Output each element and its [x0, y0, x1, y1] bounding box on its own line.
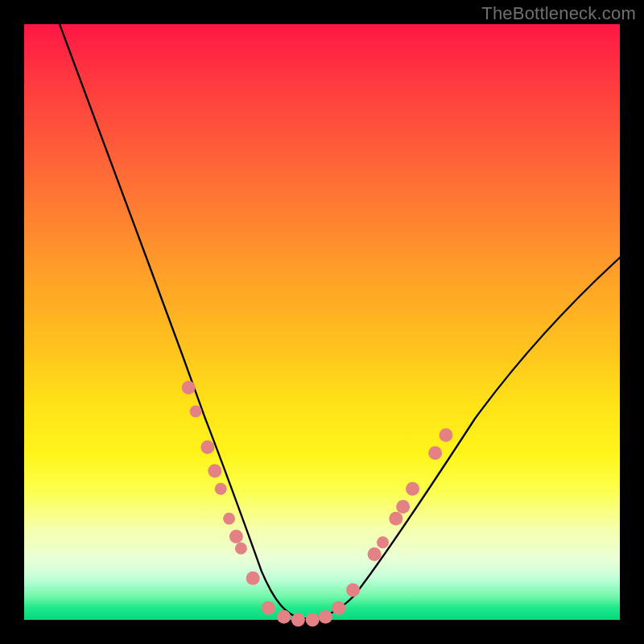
curve-marker: [368, 547, 382, 561]
curve-marker: [200, 440, 214, 454]
curve-marker: [223, 513, 235, 525]
curve-marker: [377, 536, 389, 548]
marker-group: [182, 381, 453, 627]
curve-marker: [396, 500, 410, 514]
curve-marker: [439, 428, 452, 442]
watermark-text: TheBottleneck.com: [481, 3, 636, 24]
curve-marker: [319, 610, 332, 624]
curve-marker: [428, 446, 442, 460]
bottleneck-curve: [60, 24, 620, 618]
curve-marker: [215, 483, 227, 495]
curve-marker: [291, 613, 305, 627]
curve-marker: [182, 381, 196, 394]
curve-marker: [208, 464, 221, 478]
chart-frame: TheBottleneck.com: [0, 0, 644, 644]
curve-marker: [262, 601, 275, 615]
curve-marker: [277, 610, 291, 624]
curve-marker: [346, 584, 360, 597]
curve-marker: [332, 601, 345, 615]
curve-marker: [406, 482, 419, 496]
curve-marker: [229, 530, 243, 543]
curve-marker: [389, 512, 402, 526]
chart-svg: [24, 24, 620, 620]
curve-marker: [306, 613, 320, 627]
curve-marker: [235, 543, 247, 555]
curve-marker: [246, 572, 260, 585]
curve-marker: [190, 406, 202, 418]
